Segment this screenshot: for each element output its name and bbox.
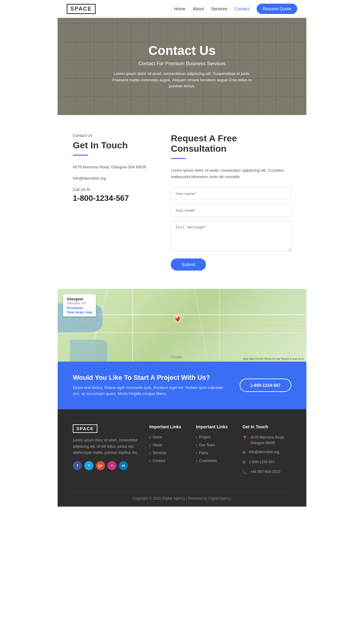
cta-text: Would You Like To Start A Project With U… [73,374,224,397]
cta-description: Etiam erat lectus, finibus eget commodo … [73,385,224,397]
footer-links-col2-title: Important Links [196,424,234,429]
contact-phone: 1-800-1234-567 [73,194,159,203]
footer-address: 4578 Marmora Road, Glasgow 89GR [250,435,291,446]
consultation-form: Submit [171,187,291,271]
contact-call-label: Call Us At [73,187,159,192]
map-sublocation: Glasgow, UK [67,301,92,305]
social-icons: f t g+ i in [73,461,140,470]
navbar: SPACE Home About Services Contact Reques… [58,0,306,18]
cta-section: Would You Like To Start A Project With U… [58,362,306,410]
footer-contact-phone-item: ✆ 1-800-1234-567 [242,459,291,466]
consultation-title: Request A Free Consultation [171,133,291,154]
nav-services[interactable]: Services [211,6,228,11]
name-field-group [171,187,291,200]
map-section: Glasgow Glasgow, UK Directions View larg… [58,289,306,362]
map-google-logo: Google [170,355,182,359]
message-textarea[interactable] [171,221,291,251]
contact-tag: Contact Us [73,133,159,138]
map-data-text: Map data ©2020 Terms of Use Report a map… [243,357,304,360]
footer-contact-fax-item: 📞 +44 987-654-3210 [242,469,291,475]
footer-email: info@demolink.org [249,449,279,455]
footer-link-about[interactable]: About [149,443,187,447]
message-field-group [171,221,291,252]
map-city: Glasgow [67,297,92,301]
footer-contact-title: Get In Touch [242,424,291,429]
hero-description: Lorem ipsum dolor sit amet, consectetuer… [106,71,258,89]
footer-link-our-team[interactable]: Our Team [196,443,234,447]
phone-icon: ✆ [242,460,246,466]
footer-link-facts[interactable]: Facts [196,450,234,455]
contact-address: 4578 Marmora Road, Glasgow D04 89GR [73,164,159,170]
footer-bottom: Copyright © 2020 Digital Agency | Powere… [73,491,291,501]
nav-about[interactable]: About [193,6,204,11]
hero-title: Contact Us [106,43,258,58]
hero-section: Contact Us Contact For Premium Business … [58,18,306,115]
footer-contact-email-item: ✉ info@demolink.org [242,449,291,456]
email-input[interactable] [171,204,291,217]
map-location-label: Glasgow Glasgow, UK Directions View larg… [63,294,96,316]
footer-about-text: Lorem ipsum dolor sit amet, consectetur … [73,437,140,456]
map-directions-link[interactable]: Directions [67,306,92,310]
cta-phone-button[interactable]: 1-800-1234-567 [240,379,291,392]
footer-link-home[interactable]: Home [149,435,187,440]
footer-link-services[interactable]: Services [149,450,187,455]
contact-divider [73,155,88,156]
consultation-divider [171,158,186,159]
nav-links: Home About Services Contact Request Quot… [174,4,297,14]
footer-links-col1: Important Links Home About Services Cont… [149,424,187,479]
logo: SPACE [67,4,96,14]
social-googleplus-button[interactable]: g+ [96,461,105,470]
footer-links-list2: Project Our Team Facts Customers [196,435,234,463]
email-icon: ✉ [242,450,246,456]
footer-link-contact[interactable]: Contact [149,458,187,463]
contact-section: Contact Us Get In Touch 4578 Marmora Roa… [58,115,306,289]
footer-links-col2: Important Links Project Our Team Facts C… [196,424,234,479]
contact-title: Get In Touch [73,140,159,150]
footer-copyright: Copyright © 2020 Digital Agency | Powere… [133,496,231,501]
nav-contact[interactable]: Contact [235,6,249,11]
consultation-description: Lorem ipsum dolor sit amet, consectetur … [171,167,291,180]
cta-title: Would You Like To Start A Project With U… [73,374,224,382]
footer-fax: +44 987-654-3210 [250,469,280,474]
map-larger-link[interactable]: View larger map [67,310,92,314]
social-linkedin-button[interactable]: in [119,461,128,470]
social-twitter-button[interactable]: t [84,461,93,470]
contact-info: Contact Us Get In Touch 4578 Marmora Roa… [73,133,159,271]
request-quote-button[interactable]: Request Quote [257,4,297,14]
contact-email: info@demolink.org [73,176,159,180]
footer-contact-address-item: 📍 4578 Marmora Road, Glasgow 89GR [242,435,291,446]
email-field-group [171,204,291,217]
map-container: Glasgow Glasgow, UK Directions View larg… [58,289,306,362]
location-icon: 📍 [242,435,247,441]
footer-logo: SPACE [73,424,97,433]
footer-link-project[interactable]: Project [196,435,234,440]
name-input[interactable] [171,187,291,200]
nav-home[interactable]: Home [174,6,185,11]
hero-subtitle: Contact For Premium Business Services [106,61,258,66]
submit-button[interactable]: Submit [171,258,206,271]
footer: SPACE Lorem ipsum dolor sit amet, consec… [58,409,306,507]
hero-content: Contact Us Contact For Premium Business … [94,43,270,89]
footer-about-col: SPACE Lorem ipsum dolor sit amet, consec… [73,424,140,479]
footer-link-customers[interactable]: Customers [196,458,234,463]
consultation-form-section: Request A Free Consultation Lorem ipsum … [171,133,291,271]
social-instagram-button[interactable]: i [107,461,116,470]
footer-grid: SPACE Lorem ipsum dolor sit amet, consec… [73,424,291,479]
footer-links-list1: Home About Services Contact [149,435,187,463]
footer-links-col1-title: Important Links [149,424,187,429]
social-facebook-button[interactable]: f [73,461,82,470]
footer-contact-col: Get In Touch 📍 4578 Marmora Road, Glasgo… [242,424,291,479]
footer-phone: 1-800-1234-567 [249,459,275,465]
fax-icon: 📞 [242,469,247,475]
